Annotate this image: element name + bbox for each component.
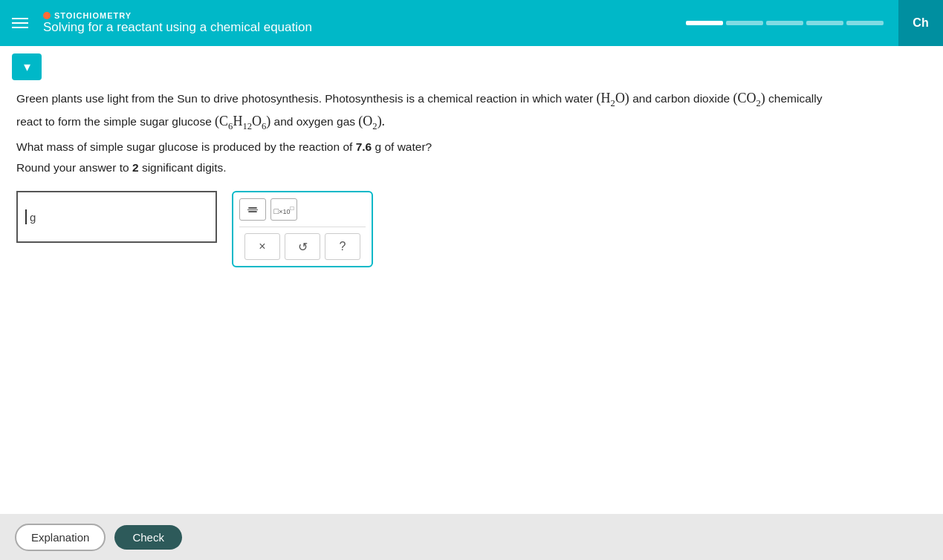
help-button[interactable]: ?: [325, 233, 360, 260]
and-carbon-text: and carbon dioxide: [629, 92, 733, 105]
subject-text: STOICHIOMETRY: [54, 11, 132, 20]
header-title: Solving for a reactant using a chemical …: [43, 20, 312, 35]
header-text: STOICHIOMETRY Solving for a reactant usi…: [43, 11, 312, 35]
menu-icon[interactable]: [12, 18, 28, 28]
clear-button[interactable]: ×: [244, 233, 280, 260]
question-text: What mass of simple sugar glucose is pro…: [16, 140, 432, 153]
answer-input[interactable]: g: [16, 191, 217, 243]
water-formula: (H2O): [597, 91, 629, 105]
intro-paragraph: Green plants use light from the Sun to d…: [16, 88, 927, 133]
intro-text: Green plants use light from the Sun to d…: [16, 92, 597, 105]
header: STOICHIOMETRY Solving for a reactant usi…: [0, 0, 943, 46]
progress-segment-1: [686, 21, 723, 25]
toolbar-top-row: □×10□: [239, 198, 366, 221]
math-toolbar: □×10□ × ↺ ?: [232, 191, 373, 267]
undo-button[interactable]: ↺: [285, 233, 320, 260]
unit-label: g: [30, 211, 36, 224]
co2-formula: (CO2): [733, 91, 765, 105]
progress-segment-4: [806, 21, 843, 25]
content-area: Green plants use light from the Sun to d…: [0, 88, 943, 267]
explanation-button[interactable]: Explanation: [15, 524, 106, 551]
x10-icon: □×10□: [274, 205, 294, 215]
toolbar-action-row: × ↺ ?: [239, 227, 366, 260]
fraction-icon: [247, 207, 258, 212]
answer-area: g □×10□ × ↺ ?: [16, 191, 927, 267]
chevron-down-icon: ▾: [24, 59, 30, 75]
oxygen-formula: (O2).: [358, 114, 385, 128]
check-button[interactable]: Check: [114, 525, 182, 550]
progress-segment-3: [766, 21, 803, 25]
progress-segment-2: [726, 21, 763, 25]
progress-segment-5: [846, 21, 884, 25]
subject-dot: [43, 12, 51, 19]
subject-label: STOICHIOMETRY: [43, 11, 312, 20]
bottom-bar: Explanation Check: [0, 514, 943, 560]
text-cursor: [25, 209, 27, 224]
x10-button[interactable]: □×10□: [270, 198, 297, 221]
chapter-button[interactable]: Ch: [898, 0, 943, 46]
progress-bar: [686, 21, 884, 25]
round-paragraph: Round your answer to 2 significant digit…: [16, 161, 927, 175]
glucose-formula: (C6H12O6): [215, 114, 270, 128]
and-oxygen-text: and oxygen gas: [270, 115, 358, 128]
collapse-button[interactable]: ▾: [12, 53, 42, 80]
question-paragraph: What mass of simple sugar glucose is pro…: [16, 140, 927, 154]
fraction-button[interactable]: [239, 198, 266, 221]
round-text: Round your answer to 2 significant digit…: [16, 161, 227, 174]
